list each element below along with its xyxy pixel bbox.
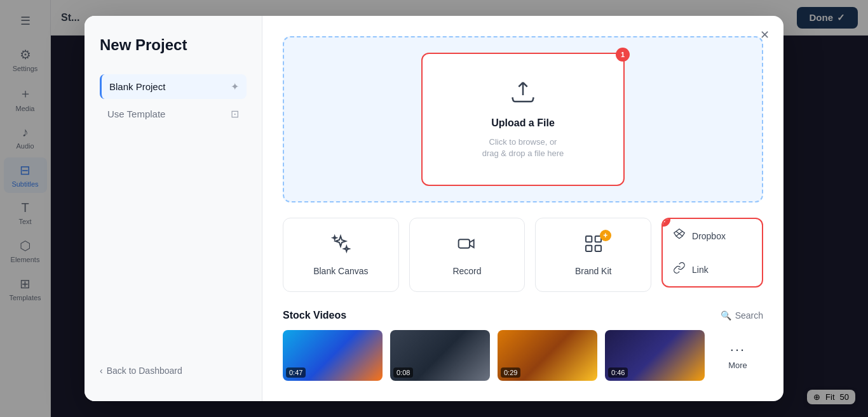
stock-videos-section: Stock Videos 🔍 Search 0:47 0:08 xyxy=(283,310,763,381)
blank-canvas-icon xyxy=(330,234,351,258)
upload-file-box[interactable]: 1 Upload a File Click to browse, ordrag … xyxy=(421,53,625,186)
modal-dialog: ✕ New Project Blank Project ✦ Use Templa… xyxy=(85,16,783,401)
more-videos-button[interactable]: ··· More xyxy=(712,330,763,381)
search-label: Search xyxy=(735,310,763,321)
video-thumb-3[interactable]: 0:29 xyxy=(498,330,597,381)
stock-videos-title: Stock Videos xyxy=(283,310,346,321)
video-duration-3: 0:29 xyxy=(501,367,520,378)
action-cards-row: Blank Canvas Record xyxy=(283,218,763,292)
stock-videos-list: 0:47 0:08 0:29 0:46 ··· M xyxy=(283,330,763,381)
nav-label-blank-project: Blank Project xyxy=(109,81,165,92)
app-background: ☰ ⚙ Settings ＋ Media ♪ Audio ⊟ Subtitles… xyxy=(0,0,868,417)
link-option[interactable]: Link xyxy=(663,253,762,286)
use-template-icon: ⊡ xyxy=(231,108,239,120)
video-duration-4: 0:46 xyxy=(608,367,628,378)
link-icon xyxy=(673,261,686,277)
svg-rect-1 xyxy=(586,236,592,242)
nav-item-blank-project[interactable]: Blank Project ✦ xyxy=(100,74,247,99)
more-options-container: 2 Dropbox xyxy=(661,218,763,292)
upload-subtitle: Click to browse, ordrag & drop a file he… xyxy=(482,136,564,159)
stock-search-button[interactable]: 🔍 Search xyxy=(721,310,763,321)
modal-right-panel: 1 Upload a File Click to browse, ordrag … xyxy=(262,16,783,401)
back-to-dashboard-link[interactable]: ‹ Back to Dashboard xyxy=(100,361,247,381)
record-card[interactable]: Record xyxy=(409,218,526,292)
upload-badge: 1 xyxy=(616,48,630,62)
more-videos-dots: ··· xyxy=(730,341,745,358)
video-thumb-1[interactable]: 0:47 xyxy=(283,330,383,381)
video-duration-2: 0:08 xyxy=(393,367,413,378)
blank-canvas-card[interactable]: Blank Canvas xyxy=(283,218,399,292)
nav-item-use-template[interactable]: Use Template ⊡ xyxy=(100,102,247,126)
svg-rect-0 xyxy=(459,240,470,248)
back-label: Back to Dashboard xyxy=(107,366,182,376)
more-videos-label: More xyxy=(728,361,747,370)
record-label: Record xyxy=(452,266,481,276)
video-duration-1: 0:47 xyxy=(286,367,306,378)
nav-label-use-template: Use Template xyxy=(107,109,165,119)
svg-rect-3 xyxy=(586,246,592,251)
brand-kit-icon: + xyxy=(583,234,604,258)
link-label: Link xyxy=(692,265,709,275)
dropbox-option[interactable]: Dropbox xyxy=(663,219,762,253)
brand-kit-card[interactable]: + Brand Kit xyxy=(535,218,651,292)
dropbox-label: Dropbox xyxy=(692,231,726,241)
modal-close-button[interactable]: ✕ xyxy=(756,26,773,44)
video-thumb-2[interactable]: 0:08 xyxy=(390,330,490,381)
stock-videos-header: Stock Videos 🔍 Search xyxy=(283,310,763,321)
upload-icon xyxy=(510,79,536,110)
back-icon: ‹ xyxy=(100,366,103,376)
upload-title: Upload a File xyxy=(491,117,555,129)
svg-rect-4 xyxy=(595,246,600,251)
brand-kit-label: Brand Kit xyxy=(575,266,612,276)
upload-drop-area[interactable]: 1 Upload a File Click to browse, ordrag … xyxy=(283,36,763,202)
dropdown-panel: 2 Dropbox xyxy=(661,218,763,288)
video-thumb-4[interactable]: 0:46 xyxy=(605,330,705,381)
record-icon xyxy=(457,234,477,258)
blank-project-icon: ✦ xyxy=(231,81,239,93)
blank-canvas-label: Blank Canvas xyxy=(313,266,368,276)
search-icon: 🔍 xyxy=(721,310,731,321)
close-icon: ✕ xyxy=(760,28,770,42)
brand-kit-badge: + xyxy=(600,230,611,241)
dropbox-icon xyxy=(673,228,686,244)
modal-title: New Project xyxy=(100,36,247,54)
modal-left-panel: New Project Blank Project ✦ Use Template… xyxy=(85,16,262,401)
modal-overlay[interactable]: ✕ New Project Blank Project ✦ Use Templa… xyxy=(0,0,868,417)
